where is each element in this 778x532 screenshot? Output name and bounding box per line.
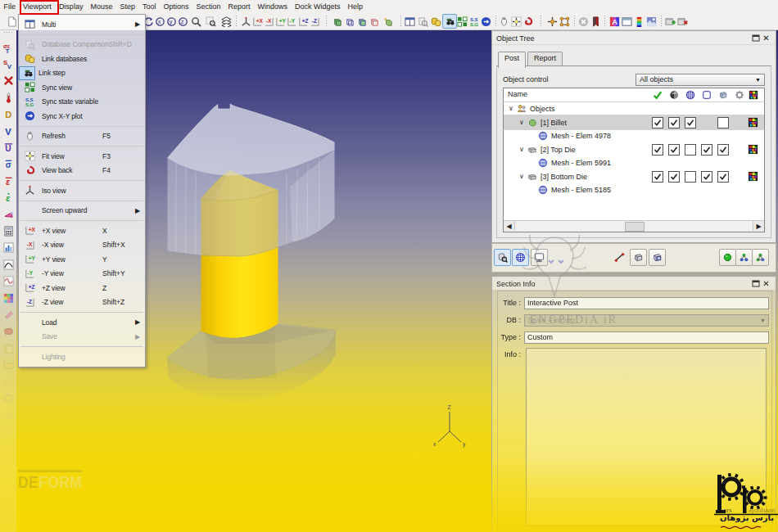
- menu-section[interactable]: Section: [192, 2, 224, 12]
- sigma-epsilon-t-button[interactable]: σεT: [2, 41, 15, 54]
- menu-item--x-view[interactable]: +X+X viewX: [19, 223, 145, 238]
- viewport-remove-button[interactable]: [676, 15, 689, 28]
- menu-item-link-step[interactable]: Link step: [19, 66, 145, 81]
- checkbox-wireframe-globe[interactable]: [685, 117, 696, 128]
- cube-solid-wire-button[interactable]: [355, 15, 368, 28]
- menu-item-view-back[interactable]: View backF4: [19, 164, 145, 178]
- menu-item--y-view[interactable]: -Y-Y viewShift+Y: [19, 267, 145, 282]
- checkbox-visible-check[interactable]: [652, 144, 663, 156]
- menu-item--z-view[interactable]: -Z-Z viewShift+Z: [19, 295, 145, 310]
- cube-wireframe-button[interactable]: [342, 15, 355, 28]
- checkbox-visible-check[interactable]: [652, 171, 663, 183]
- refresh-button[interactable]: [497, 15, 510, 28]
- checkbox-shaded-view[interactable]: [668, 117, 680, 128]
- expand-chevron-icon[interactable]: ∨: [518, 119, 526, 126]
- menu-item-refresh[interactable]: RefreshF5: [19, 129, 145, 144]
- square-faint-button[interactable]: [2, 425, 15, 438]
- menu-help[interactable]: Help: [344, 2, 367, 12]
- viewport-add-button[interactable]: [663, 15, 676, 28]
- color-swatch-icon[interactable]: [748, 117, 758, 128]
- strain-epsilon-button[interactable]: ε: [2, 174, 15, 187]
- checkbox-visible-check[interactable]: [652, 117, 663, 128]
- close-panel-icon[interactable]: ✕: [761, 34, 771, 43]
- wave-button[interactable]: [2, 275, 15, 288]
- tree-horizontal-scrollbar[interactable]: ◀ ▶: [504, 220, 764, 232]
- menu-item-sync-view[interactable]: Sync view: [19, 80, 145, 95]
- color-swatch-icon[interactable]: [748, 171, 758, 182]
- tab-post[interactable]: Post: [498, 52, 526, 68]
- checkbox-shaded-view[interactable]: [668, 144, 680, 156]
- rotate-z-button[interactable]: z: [176, 15, 189, 28]
- state-sv-button[interactable]: SV: [2, 57, 15, 70]
- curve-plot-button[interactable]: [2, 258, 15, 271]
- menu-item-fit-view[interactable]: Fit viewF3: [19, 149, 145, 164]
- menu-options[interactable]: Options: [160, 2, 192, 12]
- menu-step[interactable]: Step: [116, 2, 139, 12]
- menu-item-lighting[interactable]: Lighting: [19, 349, 145, 364]
- menu-tool[interactable]: Tool: [138, 2, 160, 12]
- tree-row-mesh-elem-5991[interactable]: Mesh - Elem 5991: [504, 157, 764, 169]
- checkbox-wireframe-globe[interactable]: [685, 144, 696, 156]
- cube-slice-button[interactable]: [367, 15, 380, 28]
- monitor-button[interactable]: [531, 249, 548, 266]
- molecule-b-button[interactable]: [752, 249, 769, 266]
- menu-windows[interactable]: Windows: [254, 2, 292, 12]
- image-capture-button[interactable]: [645, 15, 658, 28]
- menu-item-database-comparison[interactable]: Database ComparisonShift+D: [19, 38, 145, 52]
- bookmark-button[interactable]: [589, 15, 602, 28]
- damage-d-button[interactable]: D: [2, 108, 15, 121]
- menu-item-sync-x-y-plot[interactable]: Sync X-Y plot: [19, 109, 145, 124]
- color-scale-button[interactable]: [632, 15, 645, 28]
- triangle-faint-button[interactable]: [2, 375, 15, 388]
- zoom-button[interactable]: [189, 15, 202, 28]
- minus-z-view-button[interactable]: -Z: [308, 15, 321, 28]
- tool-red-button[interactable]: [2, 325, 15, 338]
- menu-mouse[interactable]: Mouse: [87, 2, 116, 12]
- deactivate-button[interactable]: [577, 15, 590, 28]
- menu-item-sync-state-variable[interactable]: S,SS,GSync state variable: [19, 95, 145, 110]
- menu-item--z-view[interactable]: +Z+Z viewZ: [19, 281, 145, 295]
- tree-row-mesh-elem-4978[interactable]: Mesh - Elem 4978: [504, 130, 764, 142]
- color-text-button[interactable]: A: [608, 15, 621, 28]
- object-zoom-button[interactable]: [494, 249, 511, 266]
- cube-faint-button[interactable]: [2, 408, 15, 422]
- checkbox-solid-cube[interactable]: [717, 117, 729, 128]
- menu-item-load[interactable]: Load▶: [19, 315, 145, 330]
- tree-row--2-top-die[interactable]: ∨[2] Top Die: [504, 142, 764, 157]
- wedge-pink-button[interactable]: [2, 208, 15, 221]
- cube-b-button[interactable]: [649, 249, 666, 266]
- menu-item-screen-upward[interactable]: Screen upward▶: [19, 204, 145, 219]
- cube-small-button[interactable]: [381, 15, 394, 28]
- float-panel-icon[interactable]: [750, 34, 761, 43]
- menu-item-iso-view[interactable]: Iso view: [19, 183, 145, 198]
- type-field-input[interactable]: Custom: [524, 331, 769, 344]
- folder-yellow-button[interactable]: [2, 358, 15, 372]
- db-field-combo[interactable]: Spike_Forging ▼ ENGPEDiA iR: [524, 314, 769, 327]
- molecule-a-button[interactable]: [735, 249, 753, 266]
- menu-display[interactable]: Display: [55, 2, 87, 12]
- thermometer-button[interactable]: [2, 91, 15, 104]
- mesh-globe2-button[interactable]: [512, 249, 529, 266]
- expand-chevron-icon[interactable]: ∨: [507, 105, 515, 112]
- menu-dock-widgets[interactable]: Dock Widgets: [292, 2, 345, 12]
- checkbox-solid-cube[interactable]: [717, 171, 729, 183]
- strain-rate-epsilon-button[interactable]: ε: [2, 192, 15, 205]
- menu-item--y-view[interactable]: +Y+Y viewY: [19, 252, 145, 267]
- cube-a-button[interactable]: [630, 249, 647, 266]
- menu-item--x-view[interactable]: -X-X viewShift+X: [19, 238, 145, 253]
- bar-chart-button[interactable]: [2, 241, 15, 255]
- polygon-tool-button[interactable]: [558, 15, 571, 28]
- database-comparison-button[interactable]: [416, 15, 429, 28]
- tree-row--3-bottom-die[interactable]: ∨[3] Bottom Die: [504, 169, 764, 184]
- tab-report[interactable]: Report: [527, 52, 563, 66]
- checkbox-outline-box[interactable]: [701, 144, 712, 156]
- delete-x-button[interactable]: [2, 74, 15, 88]
- tree-row--1-billet[interactable]: ∨[1] Billet: [504, 115, 764, 130]
- new-document-button[interactable]: [5, 15, 18, 28]
- link-databases-button[interactable]: [429, 15, 442, 28]
- sphere-green-button[interactable]: [719, 249, 736, 266]
- checkbox-shaded-view[interactable]: [668, 171, 680, 183]
- menu-viewport[interactable]: Viewport: [20, 2, 56, 12]
- scroll-right-icon[interactable]: ▶: [753, 221, 764, 231]
- float-panel-icon[interactable]: [750, 279, 761, 289]
